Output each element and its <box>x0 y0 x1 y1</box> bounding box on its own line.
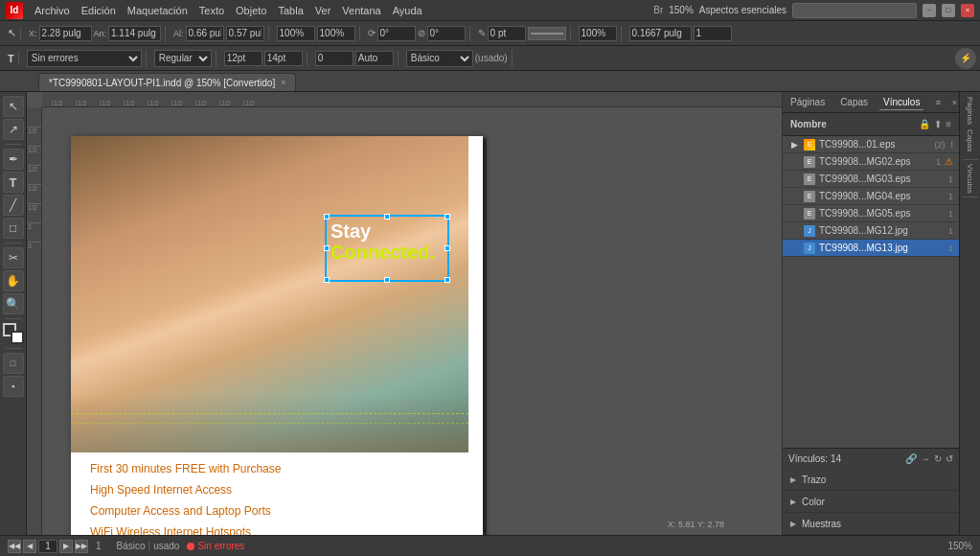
link-item[interactable]: E TC99908...MG04.eps 1 <box>783 188 959 205</box>
kerning-input[interactable] <box>355 51 394 66</box>
muestras-title[interactable]: ▶ Muestras <box>783 513 959 534</box>
update-icon[interactable]: ↻ <box>934 453 942 464</box>
capas-vertical-btn[interactable]: Capas <box>962 127 979 155</box>
direct-select-tool[interactable]: ↗ <box>3 119 24 140</box>
an-input[interactable]: 1.114 pulg <box>108 26 161 41</box>
relink-icon[interactable]: 🔗 <box>905 453 917 464</box>
tool-separator-3 <box>5 318 22 319</box>
val1-input[interactable] <box>629 26 692 41</box>
handle-ml[interactable] <box>324 245 330 251</box>
tab-capas[interactable]: Capas <box>836 95 872 109</box>
prev-page-btn[interactable]: ◀◀ <box>8 540 21 553</box>
ruler-tick: 1/2 <box>195 100 219 106</box>
al-input[interactable] <box>186 26 224 41</box>
zoom-input[interactable] <box>579 26 617 41</box>
close-button[interactable]: × <box>961 4 974 17</box>
status-right: 150% <box>947 541 972 551</box>
ruler-horizontal: 1/2 1/2 1/2 1/2 1/2 1/2 1/2 1/2 1/2 <box>42 92 782 107</box>
pct1-input[interactable] <box>277 26 315 41</box>
pen-tool[interactable]: ✒ <box>3 149 24 170</box>
link-item[interactable]: E TC99908...MG05.eps 1 <box>783 205 959 222</box>
maximize-button[interactable]: □ <box>942 4 955 17</box>
tab-paginas[interactable]: Páginas <box>786 95 829 109</box>
select-tool-icon[interactable]: ↖ <box>8 27 16 39</box>
cs-icon[interactable]: ⚡ <box>955 48 976 69</box>
menu-ventana[interactable]: Ventana <box>342 5 380 16</box>
tab-vinculos[interactable]: Vínculos <box>879 95 923 110</box>
scissors-tool[interactable]: ✂ <box>3 247 24 268</box>
goto-link-icon[interactable]: → <box>921 453 930 464</box>
font-size-input[interactable] <box>224 51 262 66</box>
line-tool[interactable]: ╱ <box>3 195 24 216</box>
h-input[interactable] <box>226 26 264 41</box>
paginas-vertical-btn[interactable]: Páginas <box>962 96 979 125</box>
menu-objeto[interactable]: Objeto <box>236 5 266 16</box>
main-layout: ↖ ↗ ✒ T ╱ □ ✂ ✋ 🔍 □ ▪ 1/2 1/2 1/2 1/2 1/… <box>0 92 980 535</box>
tool-separator-2 <box>5 243 22 243</box>
handle-tc[interactable] <box>384 214 390 220</box>
handle-bl[interactable] <box>324 277 330 283</box>
x-input[interactable]: 2.28 pulg <box>39 26 92 41</box>
tracking-input[interactable] <box>315 51 353 66</box>
handle-br[interactable] <box>444 277 450 283</box>
menu-ayuda[interactable]: Ayuda <box>393 5 422 16</box>
expand-icon[interactable]: ⬆ <box>934 119 942 129</box>
preview-btn[interactable]: ▪ <box>3 376 24 397</box>
handle-bc[interactable] <box>384 277 390 283</box>
more-icon[interactable]: ≡ <box>946 119 951 129</box>
val2-input[interactable] <box>694 26 732 41</box>
prev-btn[interactable]: ◀ <box>23 540 36 553</box>
link-item[interactable]: ▶ E TC99908...01.eps (2) ! <box>783 136 959 153</box>
search-input[interactable] <box>792 3 917 18</box>
stay-connected-text-box[interactable]: Stay Connected. <box>325 215 449 282</box>
panel-menu-btn[interactable]: ≡ <box>931 96 945 109</box>
color-arrow: ▶ <box>790 498 796 506</box>
shear-input[interactable] <box>427 26 466 41</box>
trazo-label: Trazo <box>802 475 826 485</box>
menu-ver[interactable]: Ver <box>315 5 331 16</box>
link-item-selected[interactable]: J TC99908...MG13.jpg 1 <box>783 240 959 257</box>
links-header-icons: 🔒 ⬆ ≡ <box>919 119 951 129</box>
hand-tool[interactable]: ✋ <box>3 270 24 291</box>
handle-mr[interactable] <box>444 245 450 251</box>
angle-input[interactable] <box>377 26 416 41</box>
minimize-button[interactable]: − <box>923 4 936 17</box>
normal-view-btn[interactable]: □ <box>3 353 24 374</box>
update-all-icon[interactable]: ↺ <box>946 453 953 464</box>
page-number-input[interactable] <box>38 540 57 553</box>
canvas-area[interactable]: 1/2 1/2 1/2 1/2 1/2 1/2 1/2 1/2 1/2 1/2 … <box>27 92 782 535</box>
color-title[interactable]: ▶ Color <box>783 491 959 512</box>
pct2-input[interactable] <box>317 26 355 41</box>
handle-tr[interactable] <box>444 214 450 220</box>
handle-tl[interactable] <box>324 214 330 220</box>
font-style-select[interactable]: Regular <box>154 50 212 67</box>
menu-texto[interactable]: Texto <box>199 5 224 16</box>
leading-input[interactable] <box>264 51 303 66</box>
menu-maquetacion[interactable]: Maquetación <box>127 5 188 16</box>
font-family-select[interactable]: Sin errores <box>27 50 142 67</box>
zoom-tool[interactable]: 🔍 <box>3 293 24 314</box>
stroke-input[interactable] <box>488 26 526 41</box>
document-tab[interactable]: *TC9990801-LAYOUT-PI1.indd @ 150% [Conve… <box>38 73 296 91</box>
next-btn[interactable]: ▶ <box>59 540 73 553</box>
al-label: Al: <box>173 29 184 38</box>
ruler-vertical: 1/2 1/2 1/2 1/2 1/2 2 3 <box>27 107 42 535</box>
next-page-btn[interactable]: ▶▶ <box>75 540 88 553</box>
fill-stroke-colors[interactable] <box>3 323 24 344</box>
rect-tool[interactable]: □ <box>3 218 24 239</box>
vinculos-vertical-btn[interactable]: Vínculos <box>962 164 979 193</box>
link-item[interactable]: E TC99908...MG03.eps 1 <box>783 171 959 188</box>
selection-tool[interactable]: ↖ <box>3 96 24 117</box>
ruler-mark-v: 2 <box>28 222 41 230</box>
link-item[interactable]: J TC99908...MG12.jpg 1 <box>783 222 959 240</box>
menu-archivo[interactable]: Archivo <box>34 5 70 16</box>
workspace-label[interactable]: Aspectos esenciales <box>699 5 786 15</box>
tab-close-button[interactable]: × <box>281 78 285 87</box>
menu-edicion[interactable]: Edición <box>81 5 116 16</box>
link-item[interactable]: E TC99908...MG02.eps 1 ⚠ <box>783 153 959 171</box>
menu-tabla[interactable]: Tabla <box>278 5 303 16</box>
align-select[interactable]: Básico <box>406 50 473 67</box>
type-tool[interactable]: T <box>3 172 24 193</box>
trazo-title[interactable]: ▶ Trazo <box>783 469 959 490</box>
sort-icon[interactable]: 🔒 <box>919 119 930 129</box>
